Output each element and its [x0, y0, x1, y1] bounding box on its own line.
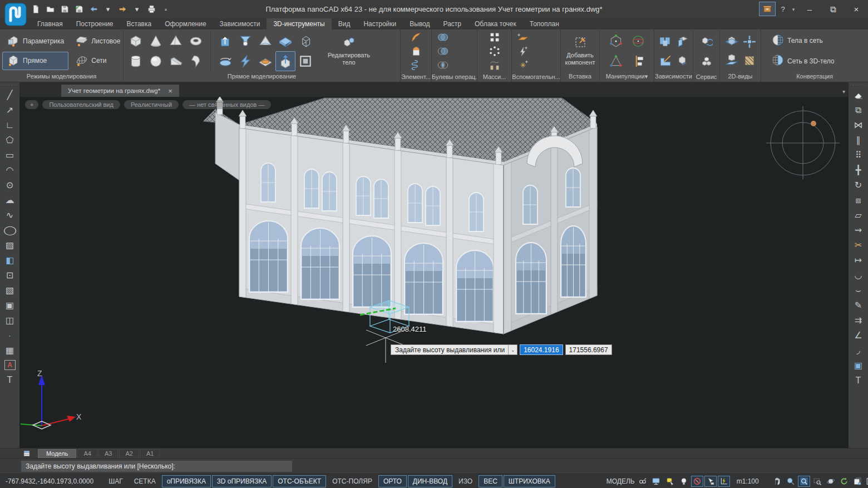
cone-icon[interactable]: [146, 31, 166, 51]
spiral-icon[interactable]: [410, 58, 423, 72]
image-clip-icon[interactable]: ◫: [2, 313, 18, 328]
model-canvas[interactable]: ZX +Пользовательский видРеалистичный— не…: [19, 97, 849, 448]
history-icon[interactable]: [700, 55, 713, 68]
mtext-icon[interactable]: T: [2, 372, 18, 387]
array-path-icon[interactable]: [488, 58, 501, 72]
mesh-to-solid-button[interactable]: Сеть в 3D-тело: [767, 53, 839, 70]
stretch-icon[interactable]: ▱: [851, 208, 866, 223]
circle-icon[interactable]: ⊙: [2, 178, 18, 193]
offset-icon[interactable]: ∥: [851, 132, 866, 147]
tab-vyvod[interactable]: Вывод: [403, 18, 436, 29]
fillet-icon[interactable]: ◞: [851, 343, 866, 358]
pyramid-tool-icon[interactable]: [255, 31, 275, 51]
document-tab-close-icon[interactable]: ×: [168, 87, 172, 95]
toggle-osnap[interactable]: оПРИВЯЗКА: [162, 475, 211, 487]
restore-button[interactable]: ⧉: [821, 0, 845, 18]
prompt-chevron-icon[interactable]: ⌄: [508, 345, 517, 354]
group-icon[interactable]: ▣: [851, 358, 866, 373]
sheet-icon[interactable]: [851, 476, 864, 487]
layout-list-icon[interactable]: [21, 450, 32, 457]
shell-icon[interactable]: [186, 51, 206, 71]
toolbar-grip[interactable]: ·······: [1, 83, 18, 87]
cylinder-icon[interactable]: [126, 51, 146, 71]
plate-icon[interactable]: [275, 31, 295, 51]
text-style-icon[interactable]: A: [4, 360, 16, 370]
gradient-icon[interactable]: ◧: [2, 253, 18, 268]
chamfer-icon[interactable]: ∠: [851, 328, 866, 343]
sweep-icon[interactable]: [235, 51, 255, 71]
sphere-icon[interactable]: [146, 51, 166, 71]
subtract-icon[interactable]: [436, 45, 450, 58]
fillet-edge-icon[interactable]: [410, 31, 423, 44]
align-objects-icon[interactable]: [627, 51, 649, 71]
help-dropdown-icon[interactable]: ▾: [789, 0, 798, 18]
face-tool-icon[interactable]: [295, 51, 315, 71]
move-icon[interactable]: ╋: [851, 162, 866, 178]
ellipse-icon[interactable]: ◯: [0, 223, 19, 238]
mode-parametric-button[interactable]: Параметрика: [2, 32, 68, 51]
region-icon[interactable]: ⊡: [2, 268, 18, 283]
model-space-label[interactable]: МОДЕЛЬ: [606, 477, 635, 485]
pyramid-icon[interactable]: [166, 31, 186, 51]
badge-linked-views[interactable]: — нет связанных видов —: [183, 100, 271, 109]
join-icon[interactable]: ⌣: [851, 283, 866, 298]
raster-image-icon[interactable]: ▣: [2, 298, 18, 313]
save-icon[interactable]: [58, 3, 71, 16]
tab-glavnaya[interactable]: Главная: [31, 18, 70, 29]
rectangle-icon[interactable]: ▭: [2, 147, 18, 162]
wireframe-box-icon[interactable]: [295, 31, 315, 51]
no-selection-icon[interactable]: [691, 476, 703, 487]
aux-plane-icon[interactable]: [516, 31, 530, 44]
toggle-lineweight[interactable]: ВЕС: [479, 475, 502, 487]
dynamic-prompt-dropdown[interactable]: Задайте высоту выдавливания или ⌄: [391, 344, 517, 355]
scale-icon[interactable]: ⧈: [851, 193, 866, 208]
constraint-coincident-icon[interactable]: [674, 32, 691, 51]
new-file-icon[interactable]: [29, 3, 42, 16]
erase-icon[interactable]: [851, 87, 866, 102]
wedge-icon[interactable]: [166, 51, 186, 71]
edit-body-button[interactable]: Редактировать тело: [320, 34, 378, 67]
lengthen-icon[interactable]: ⇝: [851, 223, 866, 238]
viewport-link-icon[interactable]: [637, 476, 649, 487]
save-all-icon[interactable]: [72, 3, 86, 16]
mode-mesh-button[interactable]: Сети: [71, 52, 125, 70]
union-icon[interactable]: [436, 31, 450, 44]
redo-icon[interactable]: [116, 3, 129, 16]
close-button[interactable]: ×: [845, 0, 868, 18]
pushpull-icon[interactable]: [275, 51, 295, 71]
toggle-hatch[interactable]: ШТРИХОВКА: [504, 475, 555, 487]
minimize-button[interactable]: –: [798, 0, 821, 18]
tab-vstavka[interactable]: Вставка: [120, 18, 159, 29]
toggle-otrack[interactable]: ОТС-ОБЪЕКТ: [273, 475, 326, 487]
redo-dropdown-icon[interactable]: ▾: [130, 3, 144, 16]
fullscreen-icon[interactable]: [865, 476, 868, 487]
layout-tab-model[interactable]: Модель: [38, 449, 76, 458]
print-icon[interactable]: [145, 3, 158, 16]
extrude-icon[interactable]: [215, 31, 235, 51]
add-component-button[interactable]: Добавить компонент: [559, 34, 601, 67]
check-solids-icon[interactable]: [700, 34, 713, 48]
array-icon[interactable]: ⠿: [851, 147, 866, 162]
constraint-fix-icon[interactable]: [657, 32, 674, 51]
line-icon[interactable]: ╱: [2, 87, 18, 102]
undo-dropdown-icon[interactable]: ▾: [101, 3, 115, 16]
scale-indicator[interactable]: m1:100: [731, 477, 765, 485]
layout-tab-a2[interactable]: А2: [119, 449, 139, 458]
building-model[interactable]: ZX: [19, 97, 849, 448]
dynamic-value-input[interactable]: 16024.1916: [520, 344, 563, 355]
text-edit-icon[interactable]: Т: [851, 373, 866, 388]
help-button[interactable]: ?: [777, 0, 789, 18]
badge-visual-style[interactable]: Реалистичный: [124, 100, 179, 109]
intersect-icon[interactable]: [436, 58, 450, 72]
box-icon[interactable]: [126, 31, 146, 51]
cap-face-icon[interactable]: [410, 45, 423, 58]
section-view-icon[interactable]: [723, 32, 741, 51]
layout-tab-a4[interactable]: А4: [77, 449, 97, 458]
layout-tab-a3[interactable]: А3: [98, 449, 118, 458]
constraint-tangent-icon[interactable]: [674, 51, 691, 70]
mode-direct-button[interactable]: Прямое: [2, 52, 68, 70]
selection-preview-icon[interactable]: [664, 476, 677, 487]
axis-snap-icon[interactable]: [718, 476, 730, 487]
badge-add-view[interactable]: +: [25, 100, 38, 109]
aux-lightning-icon[interactable]: [516, 45, 530, 58]
